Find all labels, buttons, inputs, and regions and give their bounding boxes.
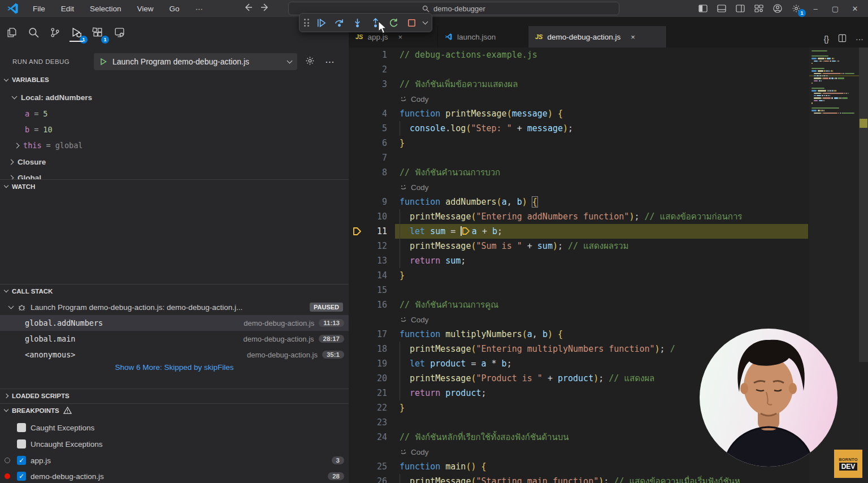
code-line[interactable]: 15: [349, 283, 809, 297]
breakpoint-gutter[interactable]: [349, 400, 366, 415]
debug-current-line-arrow-icon[interactable]: [349, 224, 366, 239]
code-line[interactable]: 2: [349, 62, 809, 77]
window-restore-icon[interactable]: ▢: [828, 5, 843, 13]
breakpoint-gutter[interactable]: [349, 386, 366, 400]
overview-ruler[interactable]: [859, 48, 868, 483]
breakpoint-gutter[interactable]: [349, 297, 366, 312]
menu-more[interactable]: ···: [189, 2, 210, 15]
open-changes-icon[interactable]: {}: [824, 34, 829, 44]
breakpoint-gutter[interactable]: [349, 459, 366, 474]
cody-code-lens[interactable]: Cody: [349, 312, 809, 327]
breakpoint-gutter[interactable]: [349, 150, 366, 165]
settings-gear-icon[interactable]: 1: [789, 2, 803, 15]
checkbox-checked[interactable]: ✓: [17, 456, 26, 465]
show-more-frames-link[interactable]: Show 6 More: Skipped by skipFiles: [0, 363, 349, 372]
code-line[interactable]: 5 console.log("Step: " + message);: [349, 121, 809, 136]
toggle-secondary-sidebar-icon[interactable]: [734, 2, 747, 15]
search-sidebar-icon[interactable]: [25, 23, 42, 42]
breakpoint-gutter[interactable]: [349, 48, 366, 62]
code-line[interactable]: 7: [349, 150, 809, 165]
start-debug-icon[interactable]: [99, 58, 107, 66]
account-icon[interactable]: [771, 2, 784, 15]
customize-layout-icon[interactable]: [752, 2, 766, 15]
debug-settings-gear-icon[interactable]: [305, 56, 315, 67]
variables-header[interactable]: VARIABLES: [0, 73, 49, 87]
scrollbar-thumb[interactable]: [859, 48, 868, 362]
cody-code-lens[interactable]: Cody: [349, 180, 809, 195]
code-line[interactable]: 1// debug-actions-example.js: [349, 48, 809, 62]
breakpoint-gutter[interactable]: [349, 209, 366, 224]
menu-selection[interactable]: Selection: [83, 2, 128, 15]
window-close-icon[interactable]: ✕: [848, 5, 862, 13]
variable-row-this[interactable]: this = global: [0, 137, 349, 153]
breakpoint-gutter[interactable]: [349, 327, 366, 342]
breakpoint-gutter[interactable]: [349, 268, 366, 283]
source-control-icon[interactable]: [46, 23, 63, 42]
continue-button[interactable]: [314, 15, 329, 31]
cody-code-lens[interactable]: Cody: [349, 92, 809, 106]
breakpoint-caught-exceptions[interactable]: Caught Exceptions: [0, 420, 349, 435]
watch-header[interactable]: WATCH: [0, 179, 349, 193]
breakpoint-gutter[interactable]: [349, 62, 366, 77]
tab-close-icon[interactable]: ×: [398, 33, 403, 41]
step-over-button[interactable]: [332, 15, 348, 31]
tab-launch-json[interactable]: launch.json: [438, 26, 528, 48]
breakpoint-gutter[interactable]: [349, 371, 366, 386]
tab-close-icon[interactable]: ×: [631, 33, 635, 41]
launch-config-dropdown[interactable]: Launch Program demo-debug-action.js: [94, 53, 297, 70]
code-line[interactable]: 12 printMessage("Sum is " + sum); // แสด…: [349, 239, 809, 253]
toggle-panel-icon[interactable]: [715, 2, 728, 15]
variable-row-b[interactable]: b = 10: [0, 122, 349, 137]
code-line[interactable]: 25function main() {: [349, 459, 809, 474]
checkbox-unchecked[interactable]: [17, 439, 26, 448]
tab-demo-debug-action-js[interactable]: JS demo-debug-action.js ×: [528, 26, 667, 48]
step-into-button[interactable]: [350, 15, 366, 31]
variable-row-a[interactable]: a = 5: [0, 106, 349, 122]
code-line[interactable]: 8// ฟังก์ชันคำนวณการบวก: [349, 165, 809, 180]
toggle-primary-sidebar-icon[interactable]: [696, 2, 710, 15]
breakpoint-gutter[interactable]: [349, 77, 366, 92]
breakpoint-gutter[interactable]: [349, 195, 366, 209]
breakpoint-gutter[interactable]: [349, 474, 366, 483]
breakpoints-header[interactable]: BREAKPOINTS: [0, 403, 349, 417]
call-stack-thread[interactable]: Launch Program demo-debug-action.js: dem…: [0, 299, 349, 315]
code-line[interactable]: 14}: [349, 268, 809, 283]
menu-go[interactable]: Go: [163, 2, 186, 15]
stack-frame-row[interactable]: <anonymous> demo-debug-action.js35:1: [0, 347, 349, 363]
remote-explorer-icon[interactable]: [111, 23, 128, 42]
forward-arrow-icon[interactable]: [261, 3, 270, 14]
breakpoint-gutter[interactable]: [349, 121, 366, 136]
code-line[interactable]: 3// ฟังก์ชันเพิ่มข้อความแสดงผล: [349, 77, 809, 92]
editor-more-actions-icon[interactable]: ···: [856, 34, 863, 44]
menu-edit[interactable]: Edit: [54, 2, 81, 15]
code-line[interactable]: 9function addNumbers(a, b) {: [349, 195, 809, 209]
breakpoint-gutter[interactable]: [349, 283, 366, 297]
breakpoint-uncaught-exceptions[interactable]: Uncaught Exceptions: [0, 436, 349, 452]
breakpoint-gutter[interactable]: [349, 165, 366, 180]
window-minimize-icon[interactable]: –: [808, 5, 823, 13]
split-editor-icon[interactable]: [838, 34, 847, 44]
checkbox-checked[interactable]: ✓: [17, 472, 26, 481]
breakpoint-gutter[interactable]: [349, 356, 366, 371]
debug-views-more-icon[interactable]: ···: [326, 58, 335, 66]
code-line[interactable]: 10 printMessage("Entering addNumbers fun…: [349, 209, 809, 224]
menu-file[interactable]: File: [26, 2, 52, 15]
variables-scope-global[interactable]: Global: [0, 170, 349, 179]
code-line[interactable]: 26 printMessage("Starting main function"…: [349, 474, 809, 483]
breakpoint-gutter[interactable]: [349, 106, 366, 121]
breakpoint-file-app-js[interactable]: ✓ app.js 3: [0, 452, 349, 468]
breakpoint-gutter[interactable]: [349, 342, 366, 356]
stack-frame-row[interactable]: global.addNumbers demo-debug-action.js11…: [0, 315, 349, 331]
back-arrow-icon[interactable]: [244, 3, 253, 14]
variables-scope-local[interactable]: Local: addNumbers: [0, 89, 349, 105]
breakpoint-gutter[interactable]: [349, 415, 366, 430]
loaded-scripts-header[interactable]: LOADED SCRIPTS: [0, 389, 349, 402]
breakpoint-gutter[interactable]: [349, 430, 366, 445]
variables-scope-closure[interactable]: Closure: [0, 154, 349, 170]
stack-frame-row[interactable]: global.main demo-debug-action.js28:17: [0, 331, 349, 347]
run-and-debug-icon[interactable]: 1: [68, 23, 85, 42]
code-line[interactable]: 6}: [349, 136, 809, 150]
breakpoint-gutter[interactable]: [349, 136, 366, 150]
extensions-icon[interactable]: 1: [89, 23, 106, 42]
menu-view[interactable]: View: [131, 2, 160, 15]
